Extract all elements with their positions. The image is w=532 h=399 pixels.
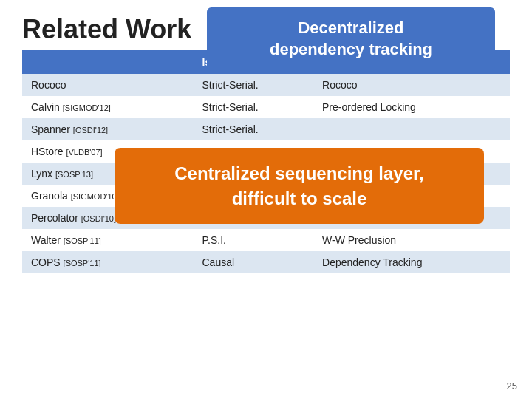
table-row: Calvin [SIGMOD'12] Strict-Serial. Pre-or… — [22, 96, 510, 118]
callout-blue-box: Decentralized dependency tracking — [207, 7, 495, 70]
cell-system: Calvin [SIGMOD'12] — [22, 96, 194, 118]
table-row: COPS [SOSP'11] Causal Dependency Trackin… — [22, 251, 510, 273]
col-header-system — [22, 50, 194, 74]
cell-system: Rococo — [22, 74, 194, 96]
cell-isolation: Strict-Serial. — [194, 96, 314, 118]
callout-orange-box: Centralized sequencing layer, difficult … — [115, 148, 484, 224]
cell-isolation: Strict-Serial. — [194, 74, 314, 96]
callout-blue-line2: dependency tracking — [270, 40, 432, 58]
table-row: Walter [SOSP'11] P.S.I. W-W Preclusion — [22, 229, 510, 251]
cell-cc: Rococo — [313, 74, 510, 96]
cell-cc: W-W Preclusion — [313, 229, 510, 251]
cell-isolation: Causal — [194, 251, 314, 273]
callout-blue-line1: Decentralized — [298, 18, 403, 37]
slide: Related Work Decentralized dependency tr… — [0, 0, 532, 399]
table-row: Rococo Strict-Serial. Rococo — [22, 74, 510, 96]
cell-system: Spanner [OSDI'12] — [22, 118, 194, 140]
page-number: 25 — [507, 381, 517, 392]
cell-isolation: P.S.I. — [194, 229, 314, 251]
table-row: Spanner [OSDI'12] Strict-Serial. — [22, 118, 510, 140]
callout-orange-line2: difficult to scale — [232, 188, 367, 208]
cell-system: Walter [SOSP'11] — [22, 229, 194, 251]
callout-orange-line1: Centralized sequencing layer, — [174, 163, 423, 183]
cell-isolation: Strict-Serial. — [194, 118, 314, 140]
cell-cc — [313, 118, 510, 140]
cell-cc: Pre-ordered Locking — [313, 96, 510, 118]
cell-cc: Dependency Tracking — [313, 251, 510, 273]
cell-system: COPS [SOSP'11] — [22, 251, 194, 273]
